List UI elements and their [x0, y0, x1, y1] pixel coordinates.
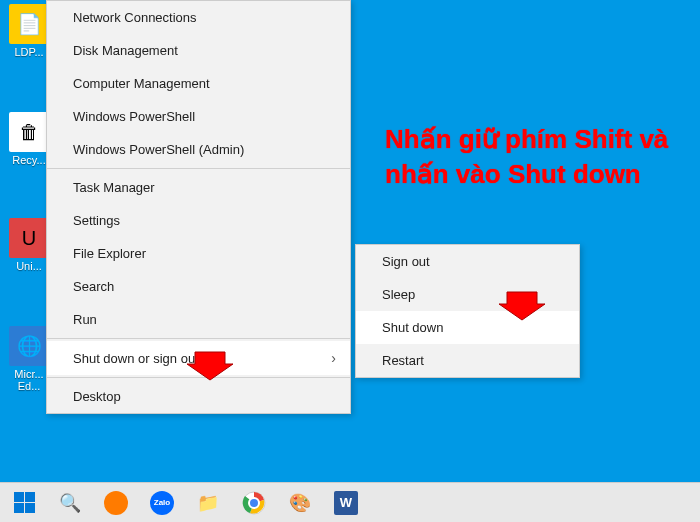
menu-item-label: Windows PowerShell — [73, 109, 195, 124]
zalo-icon[interactable]: Zalo — [142, 487, 182, 519]
taskbar-app-icon — [104, 491, 128, 515]
chrome-icon — [242, 491, 266, 515]
submenu-item[interactable]: Sign out — [356, 245, 579, 278]
menu-item-label: Settings — [73, 213, 120, 228]
taskbar-app-icon: W — [334, 491, 358, 515]
menu-item-label: Task Manager — [73, 180, 155, 195]
menu-separator — [47, 338, 350, 339]
start-button[interactable] — [4, 487, 44, 519]
menu-item[interactable]: File Explorer — [47, 237, 350, 270]
menu-item-label: File Explorer — [73, 246, 146, 261]
explorer-icon[interactable]: 📁 — [188, 487, 228, 519]
menu-item[interactable]: Settings — [47, 204, 350, 237]
menu-item[interactable]: Windows PowerShell — [47, 100, 350, 133]
menu-item[interactable]: Search — [47, 270, 350, 303]
menu-item-label: Windows PowerShell (Admin) — [73, 142, 244, 157]
chrome-icon[interactable] — [234, 487, 274, 519]
desktop-icon-glyph: 🌐 — [9, 326, 49, 366]
desktop-icon-glyph: 🗑 — [9, 112, 49, 152]
menu-item-label: Disk Management — [73, 43, 178, 58]
submenu-item-label: Sleep — [382, 287, 415, 302]
menu-item-label: Run — [73, 312, 97, 327]
taskbar: 🔍Zalo📁🎨W — [0, 482, 700, 522]
taskbar-glyph-icon: 🎨 — [289, 492, 311, 514]
submenu-item-label: Shut down — [382, 320, 443, 335]
svg-point-2 — [249, 498, 259, 508]
menu-item[interactable]: Task Manager — [47, 171, 350, 204]
menu-item-desktop[interactable]: Desktop — [47, 380, 350, 413]
menu-item-label: Shut down or sign out — [73, 351, 199, 366]
search-icon[interactable]: 🔍 — [50, 487, 90, 519]
submenu-item-label: Restart — [382, 353, 424, 368]
annotation-text: Nhấn giữ phím Shift và nhấn vào Shut dow… — [385, 122, 700, 192]
desktop-icon-glyph: 📄 — [9, 4, 49, 44]
menu-item-label: Computer Management — [73, 76, 210, 91]
desktop-background: 📄LDP...🗑Recy...UUni...🌐Micr... Ed... Nhấ… — [0, 0, 700, 522]
firefox-icon[interactable] — [96, 487, 136, 519]
menu-item-label: Search — [73, 279, 114, 294]
taskbar-glyph-icon: 🔍 — [59, 492, 81, 514]
annotation-arrow-2 — [497, 290, 547, 324]
annotation-arrow-1 — [185, 350, 235, 384]
chevron-right-icon: › — [331, 350, 336, 366]
word-icon[interactable]: W — [326, 487, 366, 519]
taskbar-app-icon: Zalo — [150, 491, 174, 515]
desktop-icon-glyph: U — [9, 218, 49, 258]
taskbar-glyph-icon: 📁 — [197, 492, 219, 514]
menu-item[interactable]: Network Connections — [47, 1, 350, 34]
submenu-item[interactable]: Restart — [356, 344, 579, 377]
menu-item-label: Network Connections — [73, 10, 197, 25]
submenu-item-label: Sign out — [382, 254, 430, 269]
menu-item[interactable]: Disk Management — [47, 34, 350, 67]
menu-item-label: Desktop — [73, 389, 121, 404]
menu-item[interactable]: Run — [47, 303, 350, 336]
menu-item[interactable]: Computer Management — [47, 67, 350, 100]
menu-separator — [47, 168, 350, 169]
menu-item[interactable]: Windows PowerShell (Admin) — [47, 133, 350, 166]
windows-logo-icon — [14, 492, 35, 513]
paint-icon[interactable]: 🎨 — [280, 487, 320, 519]
